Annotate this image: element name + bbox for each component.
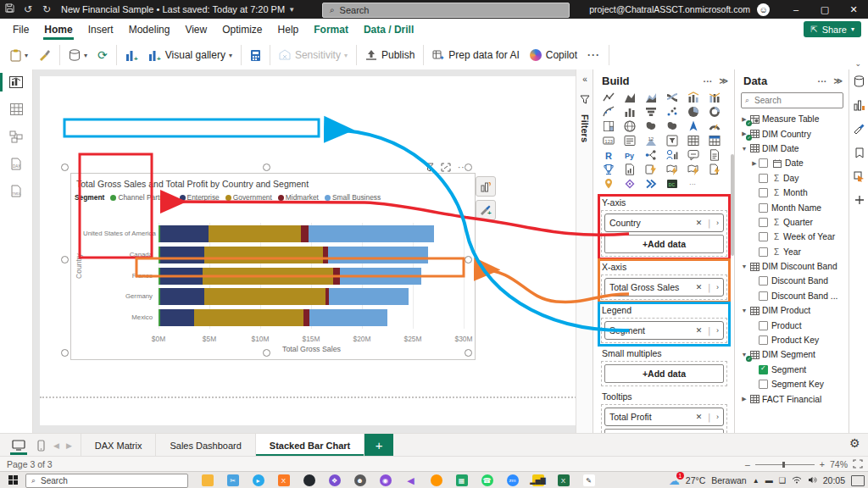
field-row-month-name[interactable]: Month Name xyxy=(735,200,849,214)
bar-segment-enterprise[interactable] xyxy=(160,268,202,285)
field-row-quarter[interactable]: ΣQuarter xyxy=(735,215,849,230)
selection-icon[interactable] xyxy=(849,164,868,188)
visual-type-map-icon[interactable] xyxy=(622,119,637,133)
field-row-dim-product[interactable]: ▼DIM Product xyxy=(735,303,849,318)
account-email[interactable]: project@ChatralASSCT.onmicrosoft.com xyxy=(589,4,750,14)
visual-type-treemap-icon[interactable] xyxy=(601,119,616,133)
weather-desc[interactable]: Berawan xyxy=(711,475,746,485)
visual-type-filled-map-icon[interactable] xyxy=(643,119,659,133)
new-measure-button[interactable] xyxy=(245,44,266,66)
field-checkbox[interactable] xyxy=(759,188,768,197)
zoom-slider-thumb[interactable] xyxy=(782,462,785,468)
bar-segment-government[interactable] xyxy=(204,247,323,263)
bar-segment-enterprise[interactable] xyxy=(160,309,194,326)
field-pill-country[interactable]: Country✕❘› xyxy=(604,214,724,232)
field-row-product[interactable]: Product xyxy=(735,318,849,332)
taskbar-telegram-icon[interactable]: ▸ xyxy=(251,474,265,488)
global-search-box[interactable]: ⌕ Search xyxy=(322,3,570,18)
remove-field-icon[interactable]: ✕ xyxy=(696,283,703,291)
taskbar-xampp-icon[interactable]: X xyxy=(276,474,291,488)
format-visual-button[interactable]: + xyxy=(476,200,496,220)
field-row-dim-country[interactable]: ▶✓DIM Country xyxy=(735,126,849,141)
bar-segment-small-business[interactable] xyxy=(340,268,421,285)
visual-type-custom-visual-icon[interactable] xyxy=(622,177,637,191)
next-page-icon[interactable]: ▶ xyxy=(66,441,72,450)
legend-item-enterprise[interactable]: Enterprise xyxy=(180,193,220,202)
save-icon[interactable] xyxy=(0,3,19,15)
field-row-week-of-year[interactable]: ΣWeek of Year xyxy=(735,230,849,244)
menu-item-format[interactable]: Format xyxy=(306,19,356,41)
start-button[interactable] xyxy=(0,473,25,488)
expand-chevron-icon[interactable]: ▼ xyxy=(740,146,748,152)
table-view[interactable] xyxy=(0,97,32,122)
menu-item-data-drill[interactable]: Data / Drill xyxy=(356,19,421,41)
visual-type-slicer-icon[interactable] xyxy=(665,134,680,147)
visual-type-quick-create-visual-icon[interactable] xyxy=(686,163,701,176)
field-checkbox[interactable] xyxy=(759,336,768,345)
field-checkbox[interactable] xyxy=(759,291,768,301)
battery-icon[interactable]: ▬ xyxy=(765,476,773,485)
taskbar-snipping-tool-icon[interactable]: ✂ xyxy=(225,474,240,488)
selection-handle[interactable] xyxy=(61,349,69,357)
bar-segment-small-business[interactable] xyxy=(328,247,428,263)
field-options-icon[interactable]: › xyxy=(716,219,719,227)
tray-expand-icon[interactable]: ▲ xyxy=(753,477,760,485)
field-row-dim-segment[interactable]: ▼✓DIM Segment xyxy=(735,347,849,362)
filter-funnel-icon[interactable] xyxy=(424,163,434,174)
expand-chevron-icon[interactable]: ▶ xyxy=(740,396,748,402)
visual-type-line-and-stacked-column-chart-icon[interactable] xyxy=(686,91,701,104)
expand-chevron-icon[interactable]: ▼ xyxy=(740,263,748,269)
zoom-out-icon[interactable]: – xyxy=(745,459,750,469)
settings-gear-icon[interactable]: ⚙ xyxy=(849,436,860,450)
visual-type-power-automate-icon[interactable] xyxy=(665,163,680,176)
visual-type-paginated-report-icon[interactable] xyxy=(622,163,637,176)
visual-type-histogram-chart-icon[interactable] xyxy=(622,105,637,119)
bar-segment-enterprise[interactable] xyxy=(160,225,209,242)
weather-temp[interactable]: 27°C xyxy=(686,475,705,485)
maximize-button[interactable]: ▢ xyxy=(810,0,839,19)
redo-icon[interactable]: ↻ xyxy=(37,3,56,15)
zoom-in-icon[interactable]: + xyxy=(820,459,825,469)
menu-item-home[interactable]: Home xyxy=(36,19,80,41)
bar-row-mexico[interactable] xyxy=(159,309,387,326)
field-row-segment-key[interactable]: Segment Key xyxy=(735,377,849,391)
bar-segment-government[interactable] xyxy=(204,288,326,305)
taskbar-zoom-app-icon[interactable]: zm xyxy=(505,474,520,488)
bar-segment-midmarket[interactable] xyxy=(333,268,340,285)
new-visual-button[interactable]: + xyxy=(120,44,143,66)
field-row-date[interactable]: ▶Date xyxy=(735,156,849,170)
visual-type-table-icon[interactable] xyxy=(686,134,701,147)
field-row-year[interactable]: ΣYear xyxy=(735,245,849,259)
field-row-dim-discount-band[interactable]: ▼DIM Discount Band xyxy=(735,259,849,274)
model-view[interactable] xyxy=(0,124,32,149)
visual-type-kpi-icon[interactable]: 12 xyxy=(643,134,659,147)
field-row-segment[interactable]: Segment xyxy=(735,363,849,377)
new-page-button[interactable]: + xyxy=(364,434,393,457)
visual-type-ribbon-chart-icon[interactable] xyxy=(665,91,680,104)
visual-type-funnel-chart-icon[interactable] xyxy=(643,105,659,119)
selection-handle[interactable] xyxy=(263,349,270,357)
bar-segment-government[interactable] xyxy=(209,225,302,242)
prep-data-for-ai-button[interactable]: ✦ Prep data for AI xyxy=(427,44,524,66)
analyze-visual-button[interactable] xyxy=(476,176,496,197)
share-button[interactable]: ⇱ Share ▾ xyxy=(804,21,861,37)
taskbar-green-chart-app-icon[interactable]: ▦ xyxy=(454,474,469,488)
taskbar-search-box[interactable]: ⌕ Search xyxy=(25,474,188,488)
title-caret-icon[interactable]: ▼ xyxy=(288,6,295,14)
zoom-slider[interactable] xyxy=(755,464,815,465)
volume-icon[interactable] xyxy=(808,475,817,485)
visual-type-multi-row-card-icon[interactable] xyxy=(622,134,637,147)
document-title[interactable]: New Financial Sample • Last saved: Today… xyxy=(61,4,285,14)
mobile-layout-icon[interactable] xyxy=(37,434,45,457)
refresh-button[interactable]: ⟳ xyxy=(92,44,113,66)
visual-type-matrix-icon[interactable] xyxy=(707,134,722,147)
expand-chevron-icon[interactable]: ▼ xyxy=(740,308,748,313)
get-data-button[interactable]: ▾ xyxy=(64,44,92,66)
visual-type-shape-map-icon[interactable] xyxy=(665,119,680,133)
report-page[interactable]: Total Gross Sales and Total Profit by Co… xyxy=(40,76,603,425)
field-checkbox[interactable] xyxy=(759,218,768,227)
data-pane-icon[interactable] xyxy=(849,69,868,93)
taskbar-file-explorer-icon[interactable] xyxy=(200,474,214,488)
bar-segment-small-business[interactable] xyxy=(329,288,409,305)
data-more-options-icon[interactable]: ··· xyxy=(818,76,827,86)
